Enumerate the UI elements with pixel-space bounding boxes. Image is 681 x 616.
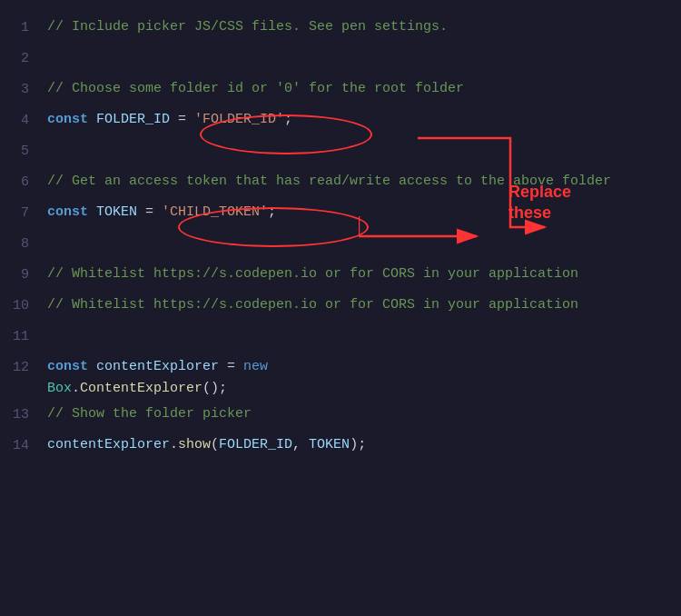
line-content-13: // Show the folder picker (47, 403, 681, 425)
line-number-7: 7 (0, 202, 47, 224)
code-line-12: 12 const contentExplorer = newBox.Conten… (0, 354, 681, 402)
line-content-6: // Get an access token that has read/wri… (47, 171, 681, 193)
code-line-11: 11 (0, 323, 681, 354)
code-line-8: 8 (0, 231, 681, 262)
code-line-7: 7 const TOKEN = 'CHILD_TOKEN'; (0, 200, 681, 231)
code-line-1: 1 // Include picker JS/CSS files. See pe… (0, 15, 681, 45)
line-content-3: // Choose some folder id or '0' for the … (47, 78, 681, 100)
line-content-14: contentExplorer.show(FOLDER_ID, TOKEN); (47, 434, 681, 456)
line-number-13: 13 (0, 403, 47, 426)
code-line-10: 10 // Whitelist https://s.codepen.io or … (0, 293, 681, 323)
line-content-4: const FOLDER_ID = 'FOLDER_ID'; (47, 109, 681, 131)
code-line-14: 14 contentExplorer.show(FOLDER_ID, TOKEN… (0, 432, 681, 463)
line-number-9: 9 (0, 263, 47, 286)
code-line-5: 5 (0, 138, 681, 169)
code-editor: 1 // Include picker JS/CSS files. See pe… (0, 0, 681, 616)
replace-these-label: Replace these (508, 182, 571, 224)
line-number-12: 12 (0, 356, 47, 379)
line-number-5: 5 (0, 140, 47, 163)
line-content-1: // Include picker JS/CSS files. See pen … (47, 16, 681, 38)
line-number-8: 8 (0, 233, 47, 255)
code-line-9: 9 // Whitelist https://s.codepen.io or f… (0, 262, 681, 293)
line-content-9: // Whitelist https://s.codepen.io or for… (47, 263, 681, 285)
line-number-4: 4 (0, 109, 47, 132)
line-content-12: const contentExplorer = newBox.ContentEx… (47, 356, 681, 400)
code-line-4: 4 const FOLDER_ID = 'FOLDER_ID'; (0, 107, 681, 138)
code-line-13: 13 // Show the folder picker (0, 402, 681, 432)
code-line-2: 2 (0, 45, 681, 76)
line-number-2: 2 (0, 47, 47, 70)
line-content-10: // Whitelist https://s.codepen.io or for… (47, 294, 681, 316)
line-number-1: 1 (0, 16, 47, 39)
line-number-14: 14 (0, 434, 47, 457)
line-number-11: 11 (0, 325, 47, 348)
line-number-3: 3 (0, 78, 47, 101)
line-content-7: const TOKEN = 'CHILD_TOKEN'; (47, 202, 681, 224)
code-line-6: 6 // Get an access token that has read/w… (0, 169, 681, 200)
code-line-3: 3 // Choose some folder id or '0' for th… (0, 76, 681, 107)
line-number-6: 6 (0, 171, 47, 194)
line-number-10: 10 (0, 294, 47, 317)
